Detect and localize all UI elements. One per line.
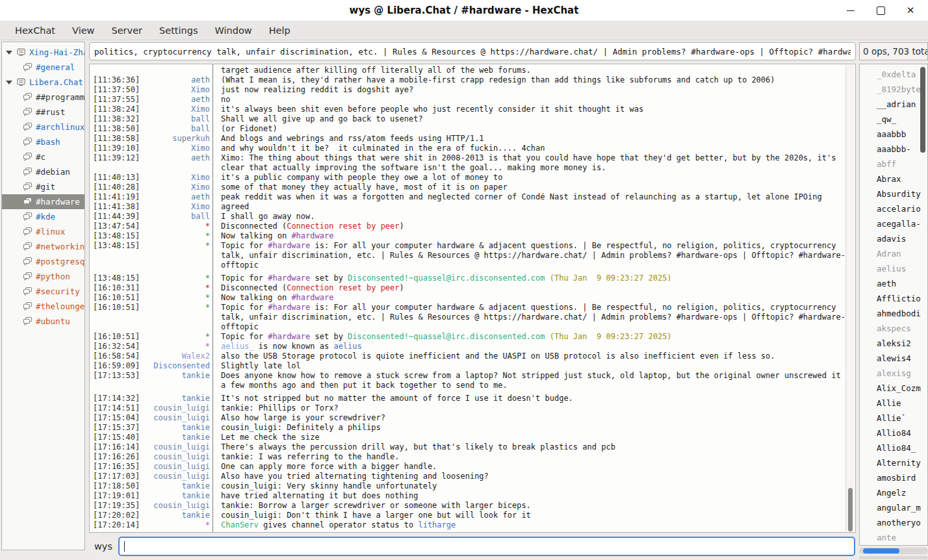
message-segment: Also how large is your screwdriver?	[221, 413, 385, 422]
timestamp: [17:19:35]	[91, 501, 145, 511]
tree-item--hardware[interactable]: #hardware	[2, 194, 84, 209]
userlist-item-abff[interactable]: abff	[860, 157, 927, 172]
tree-item--postgresql[interactable]: #postgresql	[2, 254, 84, 269]
userlist-item-alternity[interactable]: Alternity	[860, 455, 927, 470]
userlist-item-acegalla-[interactable]: acegalla-	[860, 216, 927, 231]
userlist-item--8192byte[interactable]: _8192byte	[860, 82, 927, 97]
close-button[interactable]: ✕	[896, 0, 925, 21]
tree-item--archlinux[interactable]: #archlinux	[2, 120, 84, 134]
menu-item-view[interactable]: View	[64, 21, 103, 40]
userlist-item-absurdity[interactable]: Absurdity	[860, 186, 927, 201]
userlist-item-alexisg[interactable]: alexisg	[860, 366, 927, 381]
tree-item--rust[interactable]: ##rust	[2, 105, 84, 120]
userlist-item-aaabbb-[interactable]: aaabbb-	[860, 142, 927, 157]
text-caret	[124, 541, 125, 552]
userlist-scrollbar[interactable]	[920, 66, 926, 544]
userlist-item-angular-m[interactable]: angular_m	[860, 500, 927, 515]
nick: *	[145, 332, 214, 342]
userlist-item-allio84-[interactable]: Allio84_	[860, 440, 927, 455]
userlist-hscrollbar[interactable]	[859, 548, 928, 554]
message: Ximo: The thing about things that were s…	[214, 153, 845, 173]
userlist-item-alewis4[interactable]: alewis4	[860, 351, 927, 366]
userlist-item-amosbird[interactable]: amosbird	[860, 470, 927, 485]
chat-scrollbar[interactable]	[845, 65, 855, 531]
message-segment: some of that money they actually have, m…	[221, 183, 508, 192]
userlist-item-abrax[interactable]: Abrax	[860, 172, 927, 186]
userlist-item-adavis[interactable]: adavis	[860, 231, 927, 246]
menu-item-help[interactable]: Help	[261, 21, 299, 40]
message-segment: peak reddit was when it was a forgotten …	[221, 192, 822, 201]
message-input[interactable]	[118, 537, 855, 556]
userlist-item--qw-[interactable]: _qw_	[860, 112, 927, 127]
chat-scrollbar-thumb[interactable]	[848, 488, 853, 531]
userlist-item-alix-cozm[interactable]: Alix_Cozm	[860, 381, 927, 396]
chat-line: [17:14:32]tankieIt's not stripped but no…	[91, 394, 845, 403]
maximize-icon	[877, 6, 885, 15]
userlist-hscrollbar-thumb[interactable]	[863, 548, 899, 554]
tree-item--kde[interactable]: #kde	[2, 209, 84, 224]
expander-icon[interactable]	[6, 81, 12, 84]
message-segment: sets ban on	[259, 530, 320, 531]
userlist-item-allie-[interactable]: Allie`	[860, 411, 927, 426]
tree-item--programming[interactable]: ##programming	[2, 90, 84, 105]
userlist-item-angelz[interactable]: Angelz	[860, 485, 927, 500]
message: One can apply more force with a bigger h…	[214, 462, 845, 472]
timestamp: [17:20:14]	[91, 530, 145, 531]
tree-item-libera-chat[interactable]: Libera.Chat	[2, 75, 84, 90]
server-icon	[16, 47, 26, 57]
expander-icon[interactable]	[6, 51, 12, 55]
userlist-item-aaabbb[interactable]: aaabbb	[860, 127, 927, 142]
tree-item--python[interactable]: #python	[2, 269, 84, 284]
menu-item-server[interactable]: Server	[103, 21, 151, 40]
timestamp: [17:18:50]	[91, 481, 145, 491]
tree-item--general[interactable]: #general	[2, 60, 84, 75]
menu-item-hexchat[interactable]: HexChat	[6, 21, 64, 40]
userlist-item-aleksi2[interactable]: aleksi2	[860, 336, 927, 351]
minimize-button[interactable]	[836, 0, 866, 21]
channel-icon	[23, 316, 32, 326]
tree-item--bash[interactable]: #bash	[2, 134, 84, 149]
message-segment: Now talking on	[221, 231, 291, 240]
menu-item-settings[interactable]: Settings	[151, 21, 206, 40]
userlist-item-ahmedbodi[interactable]: ahmedbodi	[860, 306, 927, 321]
topic-input[interactable]	[89, 42, 856, 60]
tree-item--ubuntu[interactable]: #ubuntu	[2, 314, 84, 329]
userlist-scrollbar-thumb[interactable]	[920, 67, 925, 153]
userlist-item-allio84[interactable]: Allio84	[860, 426, 927, 440]
userlist-item-akspecs[interactable]: akspecs	[860, 321, 927, 336]
tree-item--networking[interactable]: #networking	[2, 239, 84, 254]
timestamp: [17:16:26]	[91, 452, 145, 462]
tree-item--c[interactable]: #c	[2, 149, 84, 164]
nick: Ximo	[145, 144, 214, 153]
message-segment: tankie: Phillips or Torx?	[221, 403, 339, 413]
tree-item--security[interactable]: #security	[2, 284, 84, 299]
userlist-item--adrian[interactable]: __adrian	[860, 97, 927, 112]
bottom-scrollbar-track[interactable]	[859, 556, 928, 559]
userlist-item-aeth[interactable]: aeth	[860, 276, 927, 291]
nick: ball	[145, 114, 214, 124]
maximize-button[interactable]	[866, 0, 896, 21]
userlist-item-accelario[interactable]: accelario	[860, 201, 927, 216]
message: Topic for #hardware is: For all your com…	[214, 241, 845, 270]
userlist-item-adran[interactable]: Adran	[860, 246, 927, 261]
tree-item--debian[interactable]: #debian	[2, 164, 84, 179]
tree-item--linux[interactable]: #linux	[2, 224, 84, 239]
userlist-item--0xdelta[interactable]: _0xdelta	[860, 67, 927, 82]
message-segment: gives channel operator status to	[259, 520, 419, 529]
tree-item-label: ##rust	[36, 107, 65, 117]
user-list: _0xdelta_8192byte__adrian_qw_aaabbbaaabb…	[859, 64, 928, 546]
message: Now talking on #hardware	[214, 293, 845, 303]
userlist-item-ante[interactable]: ante	[860, 530, 927, 545]
tree-item-xing-hai-zhan[interactable]: Xing-Hai-Zhan	[2, 45, 84, 60]
message-segment: aelius_	[221, 342, 254, 351]
userlist-item-afflictio[interactable]: Afflictio	[860, 291, 927, 306]
userlist-item-allie[interactable]: Allie	[860, 396, 927, 411]
tree-item--git[interactable]: #git	[2, 179, 84, 194]
tree-item-label: #kde	[36, 212, 55, 222]
timestamp: [11:41:38]	[91, 202, 145, 212]
tree-item--thelounge[interactable]: #thelounge	[2, 299, 84, 314]
timestamp: [17:14:32]	[91, 394, 145, 403]
menu-item-window[interactable]: Window	[207, 21, 261, 40]
userlist-item-aelius[interactable]: aelius	[860, 261, 927, 276]
userlist-item-anotheryo[interactable]: anotheryo	[860, 515, 927, 530]
